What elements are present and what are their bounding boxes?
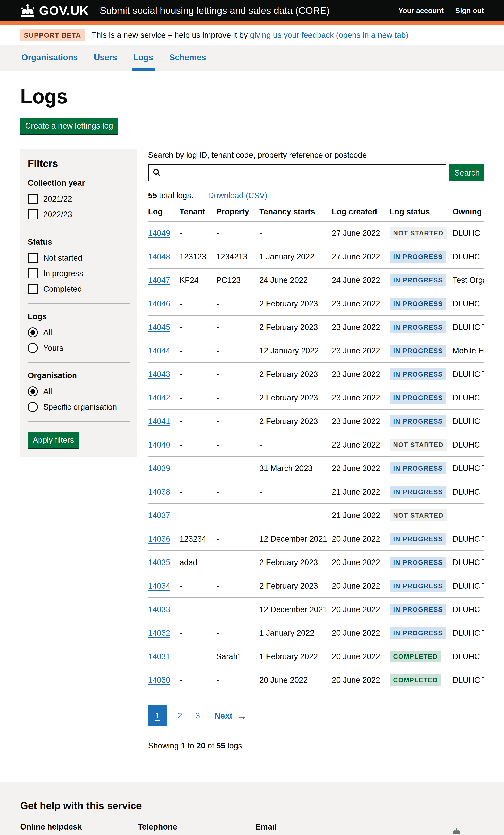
cell-tenant: - (180, 504, 216, 527)
radio-organisation-all[interactable] (28, 386, 38, 396)
log-link-14043[interactable]: 14043 (148, 370, 170, 379)
status-badge-in-progress: IN PROGRESS (389, 368, 446, 380)
cell-tenant: - (180, 433, 216, 456)
log-link-14038[interactable]: 14038 (148, 487, 170, 496)
page-current-1[interactable]: 1 (148, 706, 167, 726)
cell-tenancy-starts: 2 February 2023 (259, 551, 332, 574)
filter-option-all[interactable]: All (28, 327, 130, 338)
cell-log: 14036 (148, 527, 180, 551)
checkbox-status-completed[interactable] (28, 284, 38, 294)
log-link-14037[interactable]: 14037 (148, 511, 170, 520)
checkbox-collection-year-2022-23[interactable] (28, 209, 38, 220)
log-link-14034[interactable]: 14034 (148, 582, 170, 590)
log-link-14047[interactable]: 14047 (148, 276, 170, 285)
cell-log-created: 23 June 2022 (332, 363, 389, 386)
log-link-14033[interactable]: 14033 (148, 605, 170, 614)
cell-log-status: NOT STARTED (389, 504, 452, 527)
pagination: 123Next→ (148, 706, 484, 726)
table-row-log-14048: 1404812312312342131 January 202227 June … (148, 245, 484, 268)
nav-item-users[interactable]: Users (93, 45, 118, 70)
filter-group-logs: LogsAllYours (28, 312, 130, 363)
sign-out-link[interactable]: Sign out (455, 6, 484, 15)
cell-tenant: adad (180, 551, 216, 574)
page-link-2[interactable]: 2 (175, 709, 185, 722)
filter-option-in-progress[interactable]: In progress (28, 268, 130, 279)
cell-property: - (216, 598, 259, 621)
checkbox-status-not-started[interactable] (28, 253, 38, 263)
apply-filters-button[interactable]: Apply filters (28, 432, 79, 448)
search-icon (152, 168, 161, 177)
log-link-14030[interactable]: 14030 (148, 676, 170, 685)
filter-option-yours[interactable]: Yours (28, 343, 130, 353)
status-badge-in-progress: IN PROGRESS (389, 604, 446, 615)
page-link-3[interactable]: 3 (193, 709, 202, 722)
govuk-logotype[interactable]: GOV.UK (39, 3, 89, 18)
filter-option-2021-22[interactable]: 2021/22 (28, 194, 130, 204)
checkbox-collection-year-2021-22[interactable] (28, 194, 38, 204)
log-link-14046[interactable]: 14046 (148, 299, 170, 308)
nav-item-logs[interactable]: Logs (132, 45, 155, 70)
nav-item-schemes[interactable]: Schemes (168, 45, 207, 70)
service-name[interactable]: Submit social housing lettings and sales… (100, 5, 329, 16)
log-link-14049[interactable]: 14049 (148, 229, 170, 238)
download-csv-link[interactable]: Download (CSV) (208, 191, 267, 200)
log-link-14044[interactable]: 14044 (148, 346, 170, 355)
showing-from: 1 (181, 741, 185, 750)
log-link-14039[interactable]: 14039 (148, 464, 170, 473)
cell-tenancy-starts: 20 June 2022 (259, 668, 332, 692)
cell-log: 14037 (148, 504, 180, 527)
create-lettings-log-button[interactable]: Create a new lettings log (20, 118, 118, 134)
table-row-log-14049: 14049---27 June 2022NOT STARTEDDLUHC (148, 221, 484, 245)
log-link-14035[interactable]: 14035 (148, 558, 170, 567)
nav-item-organisations[interactable]: Organisations (20, 45, 79, 70)
filters-title: Filters (28, 158, 130, 169)
table-row-log-14045: 14045--2 February 202323 June 2022IN PRO… (148, 315, 484, 339)
showing-total: 55 (216, 741, 225, 750)
log-link-14031[interactable]: 14031 (148, 652, 170, 661)
cell-tenancy-starts: - (259, 480, 332, 504)
search-button[interactable]: Search (449, 164, 484, 181)
cell-property: - (216, 668, 259, 692)
cell-log-status: IN PROGRESS (389, 315, 452, 339)
feedback-link[interactable]: giving us your feedback (opens in a new … (250, 30, 408, 40)
filter-option-not-started[interactable]: Not started (28, 253, 130, 263)
search-box (148, 164, 446, 181)
log-link-14040[interactable]: 14040 (148, 441, 170, 449)
table-row-log-14042: 14042--2 February 202323 June 2022IN PRO… (148, 386, 484, 409)
cell-log-status: IN PROGRESS (389, 598, 452, 621)
radio-organisation-specific-organisation[interactable] (28, 402, 38, 412)
cell-property: - (216, 551, 259, 574)
checkbox-status-in-progress[interactable] (28, 268, 38, 279)
filter-option-specific-organisation[interactable]: Specific organisation (28, 402, 130, 412)
pagination-next-link[interactable]: Next (214, 711, 233, 720)
cell-property: - (216, 221, 259, 245)
table-row-log-14036: 14036123234-12 December 202120 June 2022… (148, 527, 484, 551)
cell-log-status: COMPLETED (389, 668, 452, 692)
radio-dot (31, 389, 35, 394)
cell-owning-organisation: DLUHC Tes (452, 598, 484, 621)
log-link-14036[interactable]: 14036 (148, 534, 170, 543)
cell-log-created: 20 June 2022 (332, 527, 389, 551)
your-account-link[interactable]: Your account (398, 6, 444, 15)
log-link-14045[interactable]: 14045 (148, 323, 170, 332)
cell-log-created: 23 June 2022 (332, 386, 389, 409)
log-link-14042[interactable]: 14042 (148, 393, 170, 402)
radio-logs-all[interactable] (28, 327, 38, 338)
cell-log-created: 20 June 2022 (332, 551, 389, 574)
govuk-logo[interactable]: GOV.UK Submit social housing lettings an… (20, 3, 330, 18)
cell-tenant: - (180, 221, 216, 245)
footer-email-heading: Email (255, 822, 386, 831)
filter-option-all[interactable]: All (28, 386, 130, 396)
filter-option-completed[interactable]: Completed (28, 284, 130, 294)
log-link-14032[interactable]: 14032 (148, 629, 170, 637)
cell-tenancy-starts: 12 December 2021 (259, 598, 332, 621)
radio-logs-yours[interactable] (28, 343, 38, 353)
filter-option-2022-23[interactable]: 2022/23 (28, 209, 130, 220)
status-badge-not-started: NOT STARTED (389, 227, 447, 239)
column-header-log: Log (148, 202, 180, 221)
search-input[interactable] (148, 164, 446, 181)
log-link-14041[interactable]: 14041 (148, 417, 170, 426)
log-link-14048[interactable]: 14048 (148, 252, 170, 261)
cell-log-created: 22 June 2022 (332, 456, 389, 480)
cell-tenancy-starts: 2 February 2023 (259, 574, 332, 598)
